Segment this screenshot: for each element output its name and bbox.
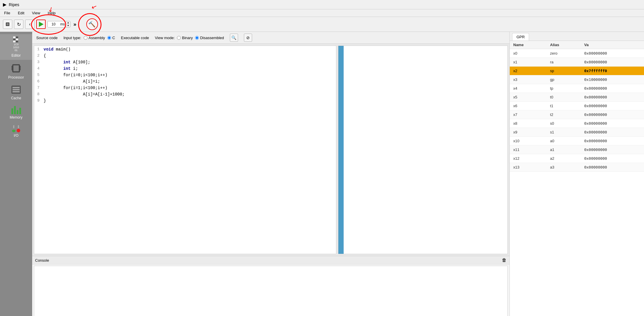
ms-input-group[interactable]: ms ▲ ▼ (47, 21, 70, 27)
gpr-cell-value: 0x00000000 (581, 128, 644, 137)
gpr-cell-value: 0x00000000 (581, 102, 644, 110)
gpr-cell-alias: ra (547, 58, 581, 67)
settings-button[interactable]: ⊘ (244, 34, 252, 42)
play-button[interactable] (36, 20, 46, 29)
svg-rect-13 (13, 87, 20, 88)
sidebar-item-processor[interactable]: Processor (0, 61, 32, 82)
code-line-8: 8 A[i]=A[i-1]+1000; (34, 92, 336, 98)
memory-icon (11, 106, 21, 114)
app-icon: ▶ (3, 2, 6, 7)
svg-rect-14 (13, 89, 20, 90)
gpr-row: x5t00x00000000 (510, 93, 644, 102)
trash-button[interactable]: 🗑 (502, 258, 507, 263)
gpr-cell-name: x7 (510, 110, 547, 119)
code-lines: 1 void main() 2 { 3 int A[100]; (34, 46, 336, 106)
content-area: Source code Input type: Assembly C Execu… (32, 32, 509, 316)
chip-button[interactable] (3, 20, 12, 29)
gpr-cell-alias: sp (547, 67, 581, 75)
assembly-radio-label[interactable]: Assembly (84, 36, 105, 40)
menu-bar: File Edit View Help (0, 9, 644, 17)
console-header: Console 🗑 (32, 256, 509, 265)
disassembled-radio-label[interactable]: Disassembled (195, 36, 224, 40)
gpr-cell-name: x4 (510, 84, 547, 93)
step-back-button[interactable]: ‹ (25, 20, 35, 29)
gpr-cell-value: 0x00000000 (581, 154, 644, 163)
gpr-cell-name: x2 (510, 67, 547, 75)
gpr-cell-name: x6 (510, 102, 547, 110)
gpr-cell-name: x1 (510, 58, 547, 67)
binary-radio-label[interactable]: Binary (177, 36, 193, 40)
gpr-cell-alias: gp (547, 75, 581, 84)
gpr-row: x8s00x00000000 (510, 119, 644, 128)
gpr-row: x7t20x00000000 (510, 110, 644, 119)
gpr-cell-name: x3 (510, 75, 547, 84)
gpr-cell-value: 0x00000000 (581, 93, 644, 102)
gpr-cell-value: 0x00000000 (581, 110, 644, 119)
sidebar-label-processor: Processor (8, 75, 24, 79)
console-content[interactable] (34, 266, 508, 316)
gpr-cell-value: 0x00000000 (581, 119, 644, 128)
col-alias: Alias (547, 41, 581, 49)
gpr-cell-name: x12 (510, 154, 547, 163)
toolbar: ↻ ‹ ↙ ms ▲ ▼ » 🔨 (0, 17, 644, 32)
gpr-cell-alias: t1 (547, 102, 581, 110)
ms-up[interactable]: ▲ (66, 21, 70, 24)
editor-icon: 1C0101001 (13, 37, 19, 52)
code-editor[interactable]: 1 void main() 2 { 3 int A[100]; (34, 46, 336, 254)
ms-input[interactable] (48, 22, 59, 27)
assembly-radio[interactable] (84, 36, 87, 40)
console-area: Console 🗑 (32, 256, 509, 316)
search-button[interactable]: 🔍 (230, 34, 238, 42)
gpr-tab[interactable]: GPR (512, 33, 529, 41)
gpr-row: x11a10x00000000 (510, 145, 644, 154)
fast-forward-button[interactable]: » (72, 21, 78, 28)
gpr-cell-name: x0 (510, 49, 547, 58)
binary-radio[interactable] (177, 36, 181, 40)
sidebar-item-editor[interactable]: 1C0101001 Editor (0, 34, 32, 60)
executable-code-label: Executable code (121, 36, 149, 40)
gpr-cell-name: x5 (510, 93, 547, 102)
disassembled-radio[interactable] (195, 36, 199, 40)
gpr-cell-value: 0x10000000 (581, 75, 644, 84)
c-radio[interactable] (107, 36, 111, 40)
build-button[interactable]: 🔨 (86, 18, 98, 30)
sidebar-item-memory[interactable]: Memory (0, 104, 32, 122)
gpr-cell-alias: a1 (547, 145, 581, 154)
gpr-table: Name Alias Va x0zero0x00000000x1ra0x0000… (510, 41, 644, 172)
code-line-3: 3 int A[100]; (34, 60, 336, 66)
gpr-cell-alias: a0 (547, 137, 581, 145)
sidebar-item-cache[interactable]: Cache (0, 83, 32, 103)
reload-button[interactable]: ↻ (14, 20, 23, 29)
menu-file[interactable]: File (3, 10, 11, 16)
options-bar: Source code Input type: Assembly C Execu… (32, 32, 509, 44)
gpr-cell-value: 0x00000000 (581, 137, 644, 145)
gpr-row: x6t10x00000000 (510, 102, 644, 110)
title-bar: ▶ Ripes (0, 0, 644, 9)
gpr-row: x9s10x00000000 (510, 128, 644, 137)
gpr-row: x1ra0x00000000 (510, 58, 644, 67)
col-value: Va (581, 41, 644, 49)
code-line-4: 4 int i; (34, 66, 336, 73)
menu-view[interactable]: View (31, 10, 41, 16)
gpr-cell-alias: s0 (547, 119, 581, 128)
ms-down[interactable]: ▼ (66, 24, 70, 27)
gpr-cell-value: 0x00000000 (581, 145, 644, 154)
gpr-cell-name: x10 (510, 137, 547, 145)
gpr-row: x13a30x00000000 (510, 163, 644, 172)
gpr-cell-value: 0x7ffffff0 (581, 67, 644, 75)
gpr-cell-alias: s1 (547, 128, 581, 137)
code-line-6: 6 A[i]=i; (34, 79, 336, 86)
code-line-7: 7 for(i=1;i<100;i++) (34, 86, 336, 92)
disasm-panel (338, 46, 508, 254)
console-label: Console (35, 258, 49, 263)
c-radio-label[interactable]: C (107, 36, 115, 40)
editor-panel: 1 void main() 2 { 3 int A[100]; (32, 44, 509, 256)
gpr-cell-value: 0x00000000 (581, 163, 644, 172)
menu-help[interactable]: Help (47, 10, 57, 16)
gpr-row: x12a20x00000000 (510, 154, 644, 163)
gpr-cell-name: x8 (510, 119, 547, 128)
sidebar-item-io[interactable]: I/O (0, 123, 32, 140)
sidebar-label-io: I/O (14, 133, 18, 138)
code-line-2: 2 { (34, 53, 336, 60)
menu-edit[interactable]: Edit (17, 10, 25, 16)
